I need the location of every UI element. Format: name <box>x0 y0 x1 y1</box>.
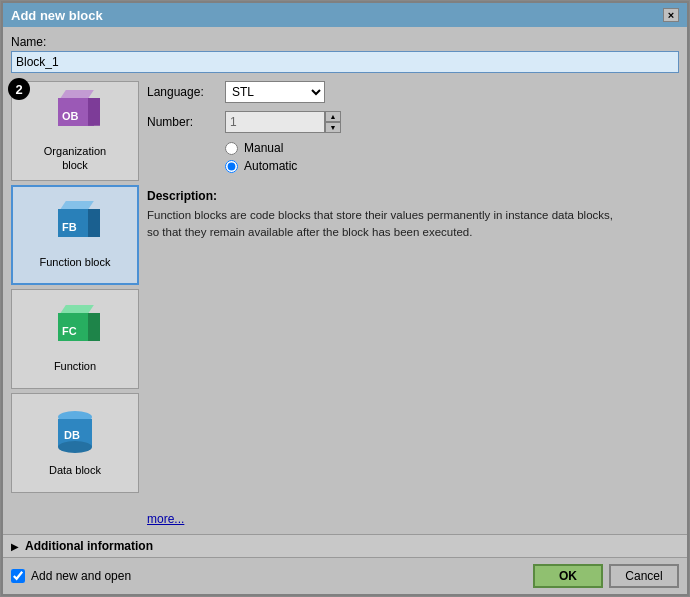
language-label: Language: <box>147 85 217 99</box>
close-button[interactable]: × <box>663 8 679 22</box>
spin-up-button[interactable]: ▲ <box>325 111 341 122</box>
additional-label: Additional information <box>25 539 153 553</box>
manual-radio-item: Manual <box>225 141 679 155</box>
block-type-fc[interactable]: FC Function <box>11 289 139 389</box>
description-section: Description: Function blocks are code bl… <box>147 189 679 242</box>
right-panel: Language: STL LAD FBD SCL Number: <box>147 81 679 526</box>
db-label: Data block <box>49 463 101 477</box>
number-input[interactable] <box>225 111 325 133</box>
left-panel: 2 OB Organizationblock FB <box>11 81 139 526</box>
footer-right: OK Cancel <box>533 564 679 588</box>
block-type-ob[interactable]: 2 OB Organizationblock <box>11 81 139 181</box>
more-link[interactable]: more... <box>147 512 679 526</box>
number-input-container: ▲ ▼ <box>225 111 341 133</box>
cancel-button[interactable]: Cancel <box>609 564 679 588</box>
spin-buttons: ▲ ▼ <box>325 111 341 133</box>
name-section: Name: <box>11 35 679 73</box>
language-row: Language: STL LAD FBD SCL <box>147 81 679 103</box>
db-icon: DB <box>50 409 100 459</box>
automatic-radio-item: Automatic <box>225 159 679 173</box>
language-select[interactable]: STL LAD FBD SCL <box>225 81 325 103</box>
additional-section: ▶ Additional information <box>3 534 687 557</box>
dialog-title: Add new block <box>11 8 103 23</box>
automatic-label: Automatic <box>244 159 297 173</box>
expand-arrow[interactable]: ▶ <box>11 541 19 552</box>
ob-label: Organizationblock <box>44 144 106 173</box>
description-title: Description: <box>147 189 679 203</box>
number-row: Number: ▲ ▼ <box>147 111 679 133</box>
ob-icon: OB <box>50 90 100 140</box>
numbering-radio-group: Manual Automatic <box>225 141 679 173</box>
manual-label: Manual <box>244 141 283 155</box>
ob-badge: 2 <box>8 78 30 100</box>
main-content: 2 OB Organizationblock FB <box>11 81 679 526</box>
footer-left: Add new and open <box>11 569 131 583</box>
add-open-checkbox[interactable] <box>11 569 25 583</box>
block-type-fb[interactable]: FB Function block <box>11 185 139 285</box>
name-label: Name: <box>11 35 679 49</box>
dialog-body: Name: 2 OB Organizationblock <box>3 27 687 534</box>
footer: Add new and open OK Cancel <box>3 557 687 594</box>
spin-down-button[interactable]: ▼ <box>325 122 341 133</box>
fb-icon: FB <box>50 201 100 251</box>
description-text: Function blocks are code blocks that sto… <box>147 207 679 242</box>
automatic-radio[interactable] <box>225 160 238 173</box>
number-label: Number: <box>147 115 217 129</box>
title-bar: Add new block × <box>3 3 687 27</box>
language-select-container: STL LAD FBD SCL <box>225 81 325 103</box>
fc-label: Function <box>54 359 96 373</box>
block-type-db[interactable]: DB Data block <box>11 393 139 493</box>
ok-button[interactable]: OK <box>533 564 603 588</box>
fb-label: Function block <box>40 255 111 269</box>
add-open-label: Add new and open <box>31 569 131 583</box>
manual-radio[interactable] <box>225 142 238 155</box>
dialog: Add new block × Name: 2 OB <box>1 1 689 596</box>
name-input[interactable] <box>11 51 679 73</box>
fc-icon: FC <box>50 305 100 355</box>
